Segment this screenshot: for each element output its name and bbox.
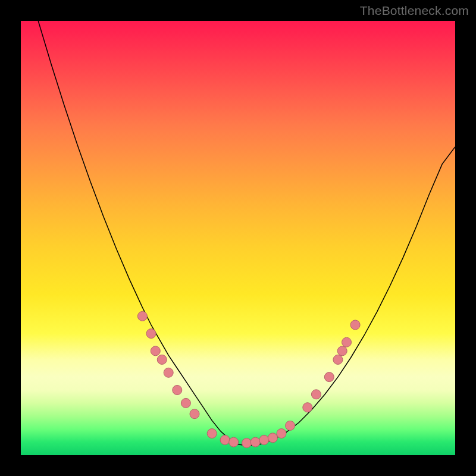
marker-dot bbox=[250, 437, 260, 447]
marker-dot bbox=[157, 355, 167, 364]
marker-dot bbox=[303, 403, 312, 412]
marker-dot bbox=[229, 437, 239, 447]
marker-dot bbox=[220, 435, 230, 444]
marker-dot bbox=[137, 311, 147, 321]
marker-dot bbox=[242, 439, 252, 448]
marker-dot bbox=[286, 421, 295, 430]
marker-dot bbox=[181, 398, 190, 408]
marker-dot bbox=[190, 409, 199, 419]
chart-overlay bbox=[21, 21, 455, 455]
marker-dot bbox=[277, 429, 286, 439]
marker-dot bbox=[311, 390, 321, 399]
bottleneck-curve bbox=[38, 21, 455, 446]
watermark-text: TheBottleneck.com bbox=[360, 4, 469, 18]
marker-dot bbox=[259, 435, 269, 444]
chart-frame: TheBottleneck.com bbox=[0, 0, 476, 476]
marker-dot bbox=[146, 329, 156, 339]
marker-dot bbox=[207, 429, 217, 439]
marker-dot bbox=[324, 372, 334, 382]
marker-dot bbox=[342, 337, 352, 347]
marker-dot bbox=[337, 346, 347, 356]
marker-dot bbox=[164, 368, 173, 377]
marker-dot bbox=[333, 355, 343, 364]
marker-dot bbox=[350, 320, 360, 330]
marker-dot bbox=[173, 386, 182, 395]
marker-dot bbox=[268, 433, 277, 443]
marker-dot bbox=[151, 346, 160, 356]
curve-markers bbox=[137, 311, 360, 447]
